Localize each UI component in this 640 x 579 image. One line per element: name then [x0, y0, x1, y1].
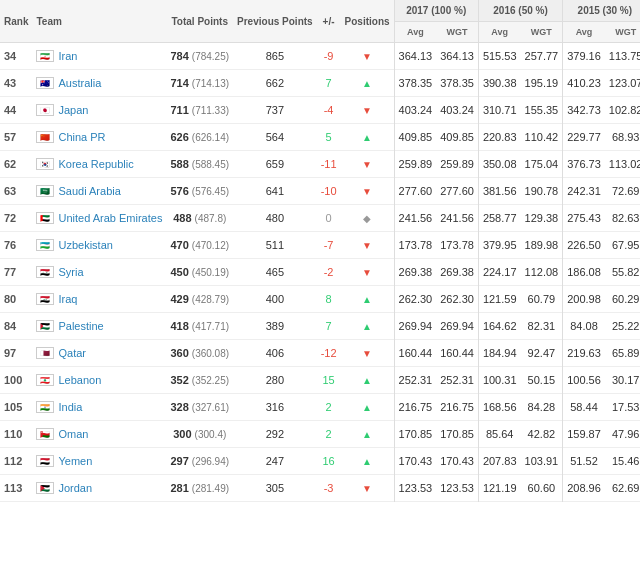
team-name[interactable]: Jordan: [58, 482, 92, 494]
rank-cell: 57: [0, 124, 32, 151]
y17-wgt-cell: 409.85: [436, 124, 478, 151]
rank-cell: 76: [0, 232, 32, 259]
y15-wgt-cell: 47.96: [605, 421, 640, 448]
y16-avg-cell: 100.31: [478, 367, 520, 394]
rank-cell: 62: [0, 151, 32, 178]
rank-cell: 113: [0, 475, 32, 502]
team-name[interactable]: Saudi Arabia: [58, 185, 120, 197]
y16-wgt-cell: 190.78: [521, 178, 563, 205]
team-cell: 🇨🇳 China PR: [32, 124, 166, 151]
total-points-cell: 576 (576.45): [166, 178, 233, 205]
y16-avg-cell: 381.56: [478, 178, 520, 205]
table-row: 113 🇯🇴 Jordan 281 (281.49) 305 -3 ▼ 123.…: [0, 475, 640, 502]
flag-icon: 🇶🇦: [36, 347, 54, 359]
y17-wgt-cell: 173.78: [436, 232, 478, 259]
y16-avg-cell: 224.17: [478, 259, 520, 286]
table-row: 112 🇾🇪 Yemen 297 (296.94) 247 16 ▲ 170.4…: [0, 448, 640, 475]
team-name[interactable]: Qatar: [58, 347, 86, 359]
flag-icon: 🇸🇦: [36, 185, 54, 197]
flag-icon: 🇺🇿: [36, 239, 54, 251]
y17-wgt-cell: 403.24: [436, 97, 478, 124]
team-name[interactable]: Yemen: [58, 455, 92, 467]
positions-cell: ▲: [341, 286, 395, 313]
team-name[interactable]: Oman: [58, 428, 88, 440]
prev-points-cell: 316: [233, 394, 317, 421]
arrow-up-icon: ▲: [362, 294, 372, 305]
y16-avg-cell: 220.83: [478, 124, 520, 151]
team-name[interactable]: Syria: [58, 266, 83, 278]
team-name[interactable]: Korea Republic: [58, 158, 133, 170]
table-row: 57 🇨🇳 China PR 626 (626.14) 564 5 ▲ 409.…: [0, 124, 640, 151]
y16-avg-cell: 121.19: [478, 475, 520, 502]
team-name[interactable]: Uzbekistan: [58, 239, 112, 251]
team-cell: 🇮🇷 Iran: [32, 43, 166, 70]
y17-avg-cell: 170.43: [394, 448, 436, 475]
y17-wgt-cell: 123.53: [436, 475, 478, 502]
team-cell: 🇮🇶 Iraq: [32, 286, 166, 313]
team-name[interactable]: Australia: [58, 77, 101, 89]
y16-avg-cell: 379.95: [478, 232, 520, 259]
rank-cell: 100: [0, 367, 32, 394]
y15-wgt-cell: 113.75: [605, 43, 640, 70]
y16-wgt-cell: 84.28: [521, 394, 563, 421]
y17-wgt-cell: 216.75: [436, 394, 478, 421]
y17-wgt-cell: 259.89: [436, 151, 478, 178]
flag-icon: 🇮🇷: [36, 50, 54, 62]
positions-cell: ▼: [341, 259, 395, 286]
y15-avg-cell: 219.63: [563, 340, 605, 367]
pm-cell: 7: [317, 313, 341, 340]
y15-wgt-cell: 62.69: [605, 475, 640, 502]
total-points-cell: 488 (487.8): [166, 205, 233, 232]
y17-avg-cell: 170.85: [394, 421, 436, 448]
pm-cell: -7: [317, 232, 341, 259]
y16-avg-cell: 168.56: [478, 394, 520, 421]
y15-avg-cell: 159.87: [563, 421, 605, 448]
arrow-down-icon: ▼: [362, 267, 372, 278]
prev-points-cell: 511: [233, 232, 317, 259]
flag-icon: 🇯🇴: [36, 482, 54, 494]
pm-cell: -4: [317, 97, 341, 124]
team-name[interactable]: United Arab Emirates: [58, 212, 162, 224]
y15-wgt-cell: 67.95: [605, 232, 640, 259]
table-row: 72 🇦🇪 United Arab Emirates 488 (487.8) 4…: [0, 205, 640, 232]
team-name[interactable]: Palestine: [58, 320, 103, 332]
y17-wgt-cell: 170.85: [436, 421, 478, 448]
flag-icon: 🇮🇳: [36, 401, 54, 413]
col-plus-minus: +/-: [317, 0, 341, 43]
col-2017-avg: Avg: [394, 22, 436, 43]
y16-avg-cell: 121.59: [478, 286, 520, 313]
col-2017-wgt: WGT: [436, 22, 478, 43]
y15-avg-cell: 208.96: [563, 475, 605, 502]
y15-wgt-cell: 72.69: [605, 178, 640, 205]
flag-icon: 🇮🇶: [36, 293, 54, 305]
positions-cell: ▲: [341, 124, 395, 151]
flag-icon: 🇴🇲: [36, 428, 54, 440]
team-name[interactable]: China PR: [58, 131, 105, 143]
team-name[interactable]: Iran: [58, 50, 77, 62]
col-2016: 2016 (50 %): [478, 0, 562, 22]
y16-wgt-cell: 60.60: [521, 475, 563, 502]
team-name[interactable]: Lebanon: [58, 374, 101, 386]
team-cell: 🇦🇺 Australia: [32, 70, 166, 97]
prev-points-cell: 400: [233, 286, 317, 313]
arrow-down-icon: ▼: [362, 348, 372, 359]
team-name[interactable]: Japan: [58, 104, 88, 116]
team-name[interactable]: India: [58, 401, 82, 413]
y15-wgt-cell: 82.63: [605, 205, 640, 232]
prev-points-cell: 280: [233, 367, 317, 394]
y15-wgt-cell: 113.02: [605, 151, 640, 178]
pm-cell: -3: [317, 475, 341, 502]
flag-icon: 🇦🇪: [36, 212, 54, 224]
arrow-down-icon: ▼: [362, 483, 372, 494]
team-name[interactable]: Iraq: [58, 293, 77, 305]
y17-avg-cell: 262.30: [394, 286, 436, 313]
col-team: Team: [32, 0, 166, 43]
positions-cell: ▼: [341, 475, 395, 502]
y15-wgt-cell: 55.82: [605, 259, 640, 286]
flag-icon: 🇵🇸: [36, 320, 54, 332]
prev-points-cell: 641: [233, 178, 317, 205]
positions-cell: ▲: [341, 394, 395, 421]
y17-avg-cell: 364.13: [394, 43, 436, 70]
col-rank: Rank: [0, 0, 32, 43]
col-2015-wgt: WGT: [605, 22, 640, 43]
